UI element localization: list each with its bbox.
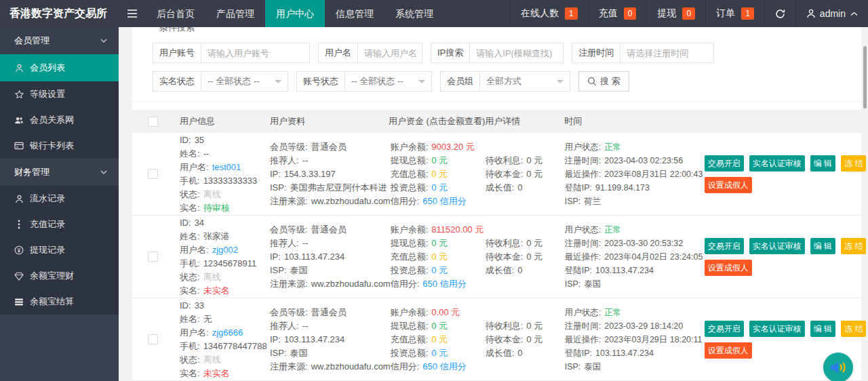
topnav-item-dashboard[interactable]: 后台首页 [146,0,205,27]
stat-orders-label: 订单 [716,7,735,20]
realname-status: 未实名 [203,368,230,378]
freeze-button[interactable]: 冻 结 [841,321,866,337]
stack-icon [14,298,24,306]
stat-orders-badge: 1 [741,7,754,20]
sidebar-item-yuebao-settlement[interactable]: 余额宝结算 [0,289,119,315]
realname-audit-button[interactable]: 实名认证审核 [749,321,805,337]
set-fake-button[interactable]: 设置成假人 [705,342,752,359]
user-menu[interactable]: admin [795,0,868,27]
refresh-icon[interactable] [764,0,795,27]
invest-amount[interactable]: 0 元 [431,182,448,193]
account-status-select[interactable]: -- 全部状态 -- [345,71,432,92]
freeze-button[interactable]: 冻 结 [841,155,866,172]
stat-orders[interactable]: 订单 1 [705,0,764,27]
stat-recharge[interactable]: 充值 0 [588,0,647,27]
sidebar-group-member-management[interactable]: 会员管理 [0,27,119,54]
filter-row-1: 用户账号 用户名 IP搜索 注册时间 [153,43,841,63]
account-input[interactable] [201,43,310,63]
withdraw-amount[interactable]: 0 元 [431,321,448,331]
edit-button[interactable]: 编 辑 [810,238,835,254]
hamburger-icon[interactable] [119,0,146,27]
invest-amount[interactable]: 0 元 [431,265,448,275]
username-link[interactable]: zjg6666 [212,327,243,338]
username-input[interactable] [358,43,422,63]
top-menu: 后台首页 产品管理 用户中心 信息管理 系统管理 [146,0,444,27]
sidebar-group-finance-management[interactable]: 财务管理 [0,159,119,186]
online-status: 离线 [203,272,221,282]
set-fake-button[interactable]: 设置成假人 [705,260,752,276]
user-avatar-icon [806,9,816,18]
yen-circle-icon [14,245,24,255]
user-phone: 12345678911 [203,258,257,268]
search-button[interactable]: 搜 索 [578,71,629,92]
sidebar-item-yuebao-finance[interactable]: 余额宝理财 [0,263,119,289]
main-content: 条件搜索 用户账号 用户名 IP搜索 注册时间 实名状态 [119,27,868,381]
caret-down-icon [275,80,281,87]
chevron-down-icon [100,39,107,43]
top-navbar: 香港数字资产交易所 后台首页 产品管理 用户中心 信息管理 系统管理 在线人数 … [0,0,868,27]
recharge-amount[interactable]: 0 元 [431,252,448,262]
sidebar-item-withdraw-records[interactable]: 提现记录 [0,237,119,263]
topnav-item-system[interactable]: 系统管理 [384,0,444,27]
user-id: 35 [195,135,204,145]
sidebar-item-flow-records[interactable]: 流水记录 [0,186,119,212]
credit-score[interactable]: 650 信用分 [422,361,466,372]
username-link[interactable]: zjg002 [212,245,238,255]
scrollbar[interactable] [863,46,867,108]
stat-online[interactable]: 在线人数 1 [510,0,588,27]
regtime-input[interactable] [620,43,714,63]
invest-amount[interactable]: 0 元 [431,348,448,358]
withdraw-amount[interactable]: 0 元 [431,155,448,165]
sidebar-item-member-list[interactable]: 会员列表 [0,54,119,81]
row-checkbox[interactable] [148,334,158,344]
user-name: admin [820,8,846,19]
freeze-button[interactable]: 冻 结 [841,238,866,254]
credit-score[interactable]: 650 信用分 [422,196,466,206]
recharge-amount[interactable]: 0 元 [431,334,448,344]
balance-amount[interactable]: 9003.20 元 [431,142,475,152]
bank-card-icon [14,142,24,150]
realname-audit-button[interactable]: 实名认证审核 [749,238,805,254]
filter-account: 用户账号 [153,43,310,63]
trade-toggle-button[interactable]: 交易开启 [705,321,744,337]
balance-amount[interactable]: 0.00 元 [431,307,460,317]
sidebar: 会员管理 会员列表 等级设置 会员关系网 银行卡列表 财务管理 流水 [0,27,119,381]
member-list-panel: 条件搜索 用户账号 用户名 IP搜索 注册时间 实名状态 [132,27,861,381]
sidebar-item-member-network[interactable]: 会员关系网 [0,107,119,133]
topnav-item-user-center[interactable]: 用户中心 [265,0,325,27]
brand-logo: 香港数字资产交易所 [0,0,119,27]
trade-toggle-button[interactable]: 交易开启 [705,155,744,172]
edit-button[interactable]: 编 辑 [810,321,835,337]
trade-toggle-button[interactable]: 交易开启 [705,238,744,254]
stat-withdraw[interactable]: 提现 0 [646,0,705,27]
row-checkbox[interactable] [148,169,158,179]
recharge-amount[interactable]: 0 元 [431,169,448,179]
sidebar-item-bank-card-list[interactable]: 银行卡列表 [0,133,119,159]
member-group-select[interactable]: 全部方式 [480,71,570,92]
ip-input[interactable] [470,43,564,63]
realname-status-select[interactable]: -- 全部状态 -- [201,71,288,92]
set-fake-button[interactable]: 设置成假人 [705,177,752,193]
credit-score[interactable]: 650 信用分 [422,279,466,289]
users-icon [14,116,24,125]
sidebar-item-recharge-records[interactable]: 充值记录 [0,212,119,237]
select-all-checkbox[interactable] [148,117,158,127]
voice-broadcast-button[interactable] [823,353,853,381]
edit-button[interactable]: 编 辑 [810,155,835,172]
withdraw-amount[interactable]: 0 元 [431,238,448,248]
realname-status: 待审核 [203,203,230,213]
topnav-item-products[interactable]: 产品管理 [205,0,265,27]
realname-audit-button[interactable]: 实名认证审核 [749,155,805,172]
user-realname: 无 [203,314,212,324]
chevron-up-icon [850,12,858,16]
balance-amount[interactable]: 811520.00 元 [431,224,484,235]
filter-reg-time: 注册时间 [572,43,714,63]
table-row: ID:34 姓名:张家港 用户名:zjg002 手机:12345678911 状… [132,216,861,298]
account-status: 正常 [604,142,621,152]
topnav-item-info[interactable]: 信息管理 [325,0,384,27]
sidebar-item-level-settings[interactable]: 等级设置 [0,81,119,107]
row-checkbox[interactable] [148,252,158,262]
stat-withdraw-label: 提现 [657,7,676,20]
username-link[interactable]: test001 [212,162,241,172]
panel-title: 条件搜索 [132,27,861,43]
